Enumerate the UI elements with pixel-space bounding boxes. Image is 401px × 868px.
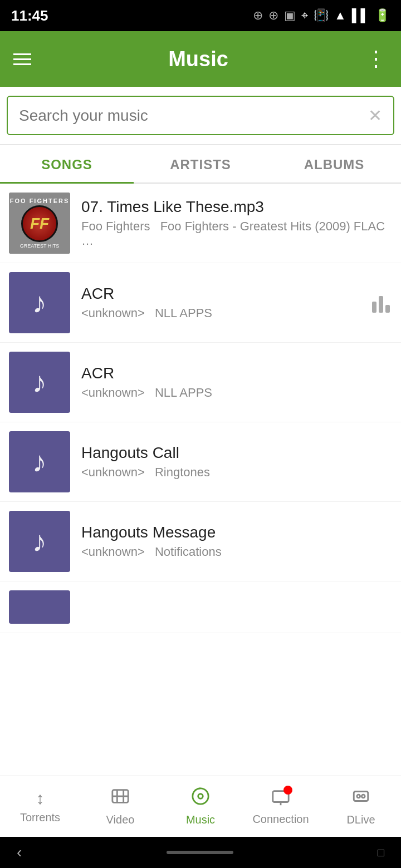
song-album: Ringtones	[155, 465, 210, 479]
music-note-icon: ♪	[32, 445, 47, 479]
nav-dlive-label: DLive	[346, 813, 375, 826]
list-item[interactable]: ♪ ACR <unknown> NLL APPS	[0, 343, 401, 422]
app-title: Music	[168, 47, 228, 71]
playing-indicator	[372, 293, 390, 313]
music-note-icon: ♪	[32, 366, 47, 399]
song-artist: <unknown>	[81, 545, 145, 559]
bottom-nav: ↕ Torrents Video Music	[0, 776, 401, 837]
nav-video[interactable]: Video	[80, 776, 160, 837]
song-artist: <unknown>	[81, 306, 145, 320]
song-meta: Foo Fighters Foo Fighters - Greatest Hit…	[81, 219, 392, 248]
status-time: 11:45	[11, 7, 48, 24]
album-art: ♪	[9, 352, 70, 413]
vpn-icon-1: ⊕	[253, 8, 263, 23]
album-art	[9, 590, 70, 624]
cast-icon: ▣	[284, 8, 296, 23]
song-info: 07. Times Like These.mp3 Foo Fighters Fo…	[81, 198, 392, 248]
nav-connection-label: Connection	[252, 813, 309, 826]
song-artist: Foo Fighters	[81, 219, 150, 233]
nav-dlive[interactable]: DLive	[321, 776, 401, 837]
song-meta: <unknown> NLL APPS	[81, 386, 392, 400]
svg-point-10	[357, 795, 360, 798]
nav-torrents-label: Torrents	[20, 811, 60, 824]
search-input[interactable]	[19, 107, 368, 125]
torrents-icon: ↕	[36, 789, 45, 808]
home-indicator[interactable]	[167, 851, 233, 854]
dlive-icon	[351, 787, 370, 810]
menu-button[interactable]	[13, 53, 31, 65]
nav-connection[interactable]: Connection	[241, 776, 321, 837]
song-info: Hangouts Message <unknown> Notifications	[81, 524, 392, 559]
search-clear-icon[interactable]: ✕	[368, 106, 382, 125]
song-meta: <unknown> Notifications	[81, 545, 392, 559]
nav-music[interactable]: Music	[160, 776, 241, 837]
nav-video-label: Video	[106, 813, 135, 826]
wifi-icon: ▲	[334, 8, 346, 23]
song-info: Hangouts Call <unknown> Ringtones	[81, 444, 392, 480]
song-album: NLL APPS	[155, 386, 212, 400]
video-icon	[111, 787, 130, 810]
song-info: ACR <unknown> NLL APPS	[81, 285, 392, 320]
svg-point-5	[198, 794, 203, 799]
song-info: ACR <unknown> NLL APPS	[81, 364, 392, 400]
svg-point-4	[193, 788, 208, 804]
connection-badge	[271, 788, 290, 810]
album-art: ♪	[9, 272, 70, 333]
status-bar: 11:45 ⊕ ⊕ ▣ ⌖ 📳 ▲ ▌▌ 🔋	[0, 0, 401, 31]
song-list: FOO FIGHTERS FF GREATEST HITS 07. Times …	[0, 184, 401, 633]
connection-notification-badge	[283, 786, 292, 795]
tab-albums[interactable]: ALBUMS	[267, 145, 401, 183]
song-artist: <unknown>	[81, 465, 145, 479]
signal-icon: ▌▌	[352, 8, 369, 23]
system-bar: ‹ □	[0, 837, 401, 868]
song-meta: <unknown> Ringtones	[81, 465, 392, 480]
song-title: Hangouts Call	[81, 444, 392, 462]
recents-button[interactable]: □	[378, 846, 384, 859]
music-icon	[191, 787, 210, 810]
tab-artists[interactable]: ARTISTS	[134, 145, 267, 183]
song-title: ACR	[81, 364, 392, 382]
back-button[interactable]: ‹	[17, 844, 22, 861]
list-item[interactable]: ♪ Hangouts Call <unknown> Ringtones	[0, 422, 401, 502]
list-item[interactable]	[0, 581, 401, 633]
vpn-icon-2: ⊕	[268, 8, 278, 23]
album-art: ♪	[9, 431, 70, 492]
list-item[interactable]: ♪ ACR <unknown> NLL APPS	[0, 263, 401, 343]
music-note-icon: ♪	[32, 286, 47, 319]
list-item[interactable]: FOO FIGHTERS FF GREATEST HITS 07. Times …	[0, 184, 401, 263]
song-title: 07. Times Like These.mp3	[81, 198, 392, 216]
album-art: ♪	[9, 511, 70, 572]
nav-music-label: Music	[186, 813, 215, 826]
vibrate-icon: 📳	[314, 8, 329, 23]
svg-point-11	[361, 795, 365, 798]
status-icons: ⊕ ⊕ ▣ ⌖ 📳 ▲ ▌▌ 🔋	[253, 8, 390, 23]
app-bar: Music ⋮	[0, 31, 401, 87]
battery-icon: 🔋	[375, 8, 390, 23]
music-note-icon: ♪	[32, 525, 47, 558]
song-title: ACR	[81, 285, 392, 303]
song-meta: <unknown> NLL APPS	[81, 306, 392, 320]
song-album: NLL APPS	[155, 306, 212, 320]
song-artist: <unknown>	[81, 386, 145, 400]
nav-torrents[interactable]: ↕ Torrents	[0, 776, 80, 837]
album-art: FOO FIGHTERS FF GREATEST HITS	[9, 193, 70, 254]
tabs: SONGS ARTISTS ALBUMS	[0, 145, 401, 184]
bluetooth-icon: ⌖	[301, 8, 308, 23]
song-album: Notifications	[155, 545, 222, 559]
more-options-button[interactable]: ⋮	[365, 47, 388, 71]
list-item[interactable]: ♪ Hangouts Message <unknown> Notificatio…	[0, 502, 401, 581]
search-box: ✕	[7, 96, 394, 135]
song-title: Hangouts Message	[81, 524, 392, 541]
search-container: ✕	[0, 87, 401, 145]
tab-songs[interactable]: SONGS	[0, 145, 134, 183]
